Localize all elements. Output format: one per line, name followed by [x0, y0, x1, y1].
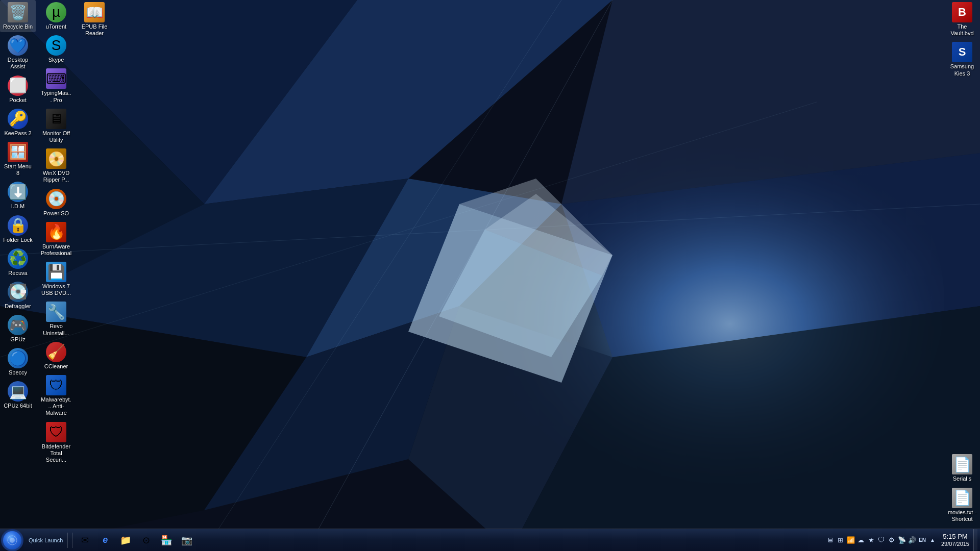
- icon-label-recuva: Recuva: [8, 270, 27, 277]
- desktop-icon-ccleaner[interactable]: 🧹 CCleaner: [38, 340, 74, 372]
- icon-image-folderlock: 🔒: [8, 215, 28, 236]
- icon-image-recuva: ♻️: [8, 248, 28, 269]
- icon-image-malwarebytes: 🛡: [46, 375, 66, 395]
- desktop-icon-malwarebytes[interactable]: 🛡 Malwarebyt... Anti-Malware: [38, 373, 74, 419]
- desktop-icon-movies-shortcut[interactable]: 📄 movies.txt - Shortcut: [944, 486, 980, 524]
- icon-label-idm: I.D.M: [11, 203, 24, 210]
- icon-image-desktop-assist: 💙: [8, 35, 28, 56]
- desktop-icon-vault[interactable]: B The Vault.bvd: [944, 0, 980, 39]
- icon-image-poweriso: 💿: [46, 189, 66, 209]
- tb-folder[interactable]: 📁: [115, 530, 136, 550]
- icon-image-movies-shortcut: 📄: [952, 488, 972, 508]
- icon-image-idm: ⬇️: [8, 182, 28, 202]
- desktop-icon-defraggler[interactable]: 💽 Defraggler: [0, 280, 36, 312]
- desktop-icon-bitdefender[interactable]: 🛡 Bitdefender Total Securi...: [38, 420, 74, 466]
- desktop-icon-poweriso[interactable]: 💿 PowerISO: [38, 187, 74, 219]
- icon-label-revo: Revo Uninstall...: [40, 323, 72, 336]
- system-tray: 🖥⊞📶☁★🛡⚙📡🔊EN▲ 5:15 PM 29/07/2015: [826, 529, 980, 551]
- icon-image-speccy: 🔵: [8, 348, 28, 368]
- tray-shield[interactable]: 🛡: [877, 536, 886, 545]
- desktop-icons-right: B The Vault.bvd S Samsung Kies 3: [944, 0, 980, 80]
- icon-image-samsung-kies: S: [952, 42, 972, 62]
- icon-label-monitor-off: Monitor Off Utility: [40, 130, 72, 143]
- desktop-icon-desktop-assist[interactable]: 💙 Desktop Assist: [0, 33, 36, 72]
- tray-wifi[interactable]: 📡: [897, 536, 906, 545]
- tb-camera[interactable]: 📷: [177, 530, 197, 550]
- tray-star[interactable]: ★: [867, 536, 876, 545]
- desktop-icon-recuva[interactable]: ♻️ Recuva: [0, 246, 36, 279]
- tb-ie[interactable]: e: [95, 530, 115, 550]
- icon-label-burnaware: BurnAware Professional: [40, 243, 72, 257]
- icon-image-bitdefender: 🛡: [46, 422, 66, 442]
- icon-label-pocket: Pocket: [9, 97, 27, 104]
- tray-cloud[interactable]: ☁: [856, 536, 866, 545]
- icon-image-utorrent: µ: [46, 2, 66, 22]
- icon-label-winxdvd: WinX DVD Ripper P...: [40, 170, 72, 183]
- icon-label-speccy: Speccy: [9, 369, 27, 376]
- icon-label-ccleaner: CCleaner: [44, 363, 68, 370]
- desktop-icon-skype[interactable]: S Skype: [38, 33, 74, 65]
- icon-label-skype: Skype: [48, 57, 64, 63]
- desktop-icon-idm[interactable]: ⬇️ I.D.M: [0, 180, 36, 212]
- icon-image-gpuz: 🎮: [8, 315, 28, 335]
- desktop-icon-serial-s[interactable]: 📄 Serial s: [944, 452, 980, 484]
- desktop-icon-monitor-off[interactable]: 🖥 Monitor Off Utility: [38, 107, 74, 145]
- desktop-icon-pocket[interactable]: ⬜ Pocket: [0, 73, 36, 106]
- icon-column-2: µ uTorrent S Skype ⌨ TypingMas... Pro 🖥 …: [38, 0, 74, 466]
- start-button[interactable]: [1, 529, 23, 552]
- tray-monitor[interactable]: 🖥: [826, 536, 835, 545]
- desktop-icon-startmenu8[interactable]: 🪟 Start Menu 8: [0, 140, 36, 179]
- icon-image-serial-s: 📄: [952, 454, 972, 474]
- tray-sound[interactable]: 🔊: [908, 536, 917, 545]
- taskbar-divider: [67, 533, 68, 548]
- icon-label-typingmaster: TypingMas... Pro: [40, 90, 72, 103]
- desktop-icons-bottom-right: 📄 Serial s 📄 movies.txt - Shortcut: [944, 452, 980, 525]
- desktop-icon-epub[interactable]: 📖 EPUB File Reader: [77, 0, 112, 39]
- tray-notify[interactable]: ▲: [928, 536, 937, 545]
- icon-label-win7usb: Windows 7 USB DVD...: [40, 283, 72, 296]
- desktop-icon-keepass2[interactable]: 🔑 KeePass 2: [0, 107, 36, 139]
- taskbar-pinned-icons: Quick Launch✉e📁⊙🏪📷: [26, 529, 197, 551]
- clock-date: 29/07/2015: [941, 541, 969, 547]
- tray-lang[interactable]: EN: [918, 536, 927, 545]
- icon-image-recycle-bin: 🗑️: [8, 2, 28, 22]
- icon-image-winxdvd: 📀: [46, 148, 66, 169]
- desktop-icon-revo[interactable]: 🔧 Revo Uninstall...: [38, 299, 74, 338]
- desktop: 🗑️ Recycle Bin 💙 Desktop Assist ⬜ Pocket…: [0, 0, 980, 551]
- desktop-icon-utorrent[interactable]: µ uTorrent: [38, 0, 74, 32]
- icon-image-monitor-off: 🖥: [46, 109, 66, 129]
- desktop-icon-recycle-bin[interactable]: 🗑️ Recycle Bin: [0, 0, 36, 32]
- desktop-icon-burnaware[interactable]: 🔥 BurnAware Professional: [38, 220, 74, 259]
- tb-mail[interactable]: ✉: [75, 530, 95, 550]
- tb-chrome[interactable]: ⊙: [136, 530, 156, 550]
- icon-label-movies-shortcut: movies.txt - Shortcut: [946, 509, 978, 522]
- icon-image-revo: 🔧: [46, 302, 66, 322]
- desktop-icon-cpuz[interactable]: 💻 CPUz 64bit: [0, 379, 36, 411]
- desktop-icon-speccy[interactable]: 🔵 Speccy: [0, 346, 36, 378]
- icon-label-utorrent: uTorrent: [46, 23, 66, 30]
- clock[interactable]: 5:15 PM 29/07/2015: [937, 529, 973, 551]
- start-orb: [3, 531, 21, 549]
- desktop-icon-folderlock[interactable]: 🔒 Folder Lock: [0, 213, 36, 245]
- icon-label-startmenu8: Start Menu 8: [2, 163, 34, 177]
- icon-label-defraggler: Defraggler: [5, 303, 31, 310]
- desktop-icon-samsung-kies[interactable]: S Samsung Kies 3: [944, 40, 980, 79]
- icon-image-win7usb: 💾: [46, 262, 66, 282]
- tray-settings[interactable]: ⚙: [887, 536, 896, 545]
- icon-image-typingmaster: ⌨: [46, 68, 66, 89]
- tb-store[interactable]: 🏪: [156, 530, 177, 550]
- desktop-icon-win7usb[interactable]: 💾 Windows 7 USB DVD...: [38, 260, 74, 298]
- tray-windows[interactable]: ⊞: [836, 536, 845, 545]
- icon-label-recycle-bin: Recycle Bin: [3, 23, 33, 30]
- show-desktop-button[interactable]: [973, 529, 977, 552]
- icon-label-samsung-kies: Samsung Kies 3: [946, 63, 978, 77]
- desktop-icon-winxdvd[interactable]: 📀 WinX DVD Ripper P...: [38, 146, 74, 185]
- icon-label-folderlock: Folder Lock: [3, 237, 32, 243]
- icon-image-startmenu8: 🪟: [8, 142, 28, 162]
- desktop-icon-gpuz[interactable]: 🎮 GPUz: [0, 313, 36, 345]
- tray-network[interactable]: 📶: [846, 536, 855, 545]
- taskbar: Quick Launch✉e📁⊙🏪📷 🖥⊞📶☁★🛡⚙📡🔊EN▲ 5:15 PM …: [0, 529, 980, 551]
- icon-column-3: 📖 EPUB File Reader: [77, 0, 112, 466]
- icon-image-burnaware: 🔥: [46, 222, 66, 242]
- desktop-icon-typingmaster[interactable]: ⌨ TypingMas... Pro: [38, 66, 74, 105]
